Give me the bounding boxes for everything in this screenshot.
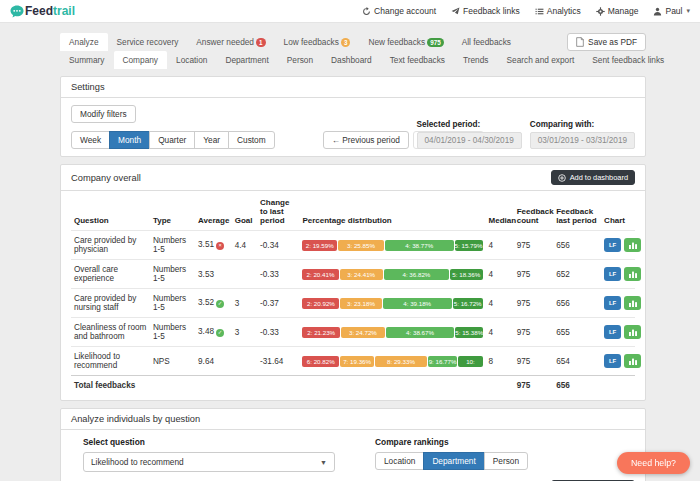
topnav-change-account[interactable]: Change account [362, 6, 436, 16]
question-cell: Care provided by physician [71, 231, 150, 260]
chart-button[interactable] [624, 267, 641, 281]
company-overall-table: QuestionTypeAverageGoalChange to last pe… [71, 193, 635, 395]
period-month-button[interactable]: Month [109, 131, 150, 149]
plus-circle-icon [558, 174, 566, 182]
distribution-cell: 2: 20.92%3: 23.18%4: 39.18%5: 16.72% [299, 289, 485, 318]
dist-segment: 3: 25.85% [338, 240, 384, 251]
feedback-links-button[interactable]: LF [604, 296, 621, 310]
distribution-bar: 2: 21.23%3: 24.72%4: 38.67%5: 15.38% [302, 327, 482, 338]
period-custom-button[interactable]: Custom [228, 131, 275, 149]
gear-icon [596, 7, 605, 16]
average-cell: 3.52✓ [195, 289, 232, 318]
goal-met-icon: ✓ [216, 329, 224, 337]
feedback-links-button[interactable]: LF [604, 238, 621, 252]
column-percentage-distribution: Percentage distribution [299, 193, 485, 231]
chart-cell-wrap: LF [601, 318, 635, 347]
chevron-down-icon: ▾ [686, 7, 690, 15]
type-cell: Numbers 1-5 [150, 318, 195, 347]
table-row: Care provided by nursing staffNumbers 1-… [71, 289, 635, 318]
chart-actions: LF [604, 354, 632, 368]
tab-low-feedbacks[interactable]: Low feedbacks3 [275, 33, 360, 51]
subtab-summary[interactable]: Summary [60, 51, 114, 69]
list-icon [535, 7, 544, 16]
dist-segment: 3: 24.41% [340, 269, 383, 280]
chart-button[interactable] [624, 296, 641, 310]
feedback-links-button[interactable]: LF [604, 267, 621, 281]
topnav-feedback-links[interactable]: Feedback links [451, 6, 520, 16]
settings-card: Settings Modify filters WeekMonthQuarter… [60, 76, 646, 157]
column-change-to-last-period: Change to last period [257, 193, 299, 231]
chart-cell-wrap: LF [601, 347, 635, 376]
subtab-department[interactable]: Department [216, 51, 277, 69]
subtab-trends[interactable]: Trends [454, 51, 498, 69]
chart-button[interactable] [624, 238, 641, 252]
dist-segment: 2: 21.23% [302, 327, 340, 338]
feedback-count-cell: 975 [514, 376, 553, 396]
change-cell: -0.33 [257, 260, 299, 289]
compare-location-button[interactable]: Location [375, 452, 424, 470]
question-select[interactable]: Likelihood to recommend ▼ [83, 452, 335, 472]
subtab-company[interactable]: Company [114, 51, 168, 69]
company-overall-card: Company overall Add to dashboard Questio… [60, 164, 646, 401]
feedback-count-cell: 975 [514, 260, 553, 289]
subtab-search-and-export[interactable]: Search and export [498, 51, 584, 69]
feedback-links-button[interactable]: LF [604, 354, 621, 368]
median-cell: 4 [486, 289, 514, 318]
chart-button[interactable] [624, 354, 641, 368]
question-cell: Likelihood to recommend [71, 347, 150, 376]
table-row: Care provided by physicianNumbers 1-53.5… [71, 231, 635, 260]
feedback-links-button[interactable]: LF [604, 325, 621, 339]
compare-rankings-label: Compare rankings [375, 437, 528, 447]
subtab-text-feedbacks[interactable]: Text feedbacks [381, 51, 454, 69]
type-cell: Numbers 1-5 [150, 260, 195, 289]
empty-cell [195, 376, 232, 396]
add-to-dashboard-button[interactable]: Add to dashboard [551, 170, 635, 185]
chart-button[interactable] [624, 325, 641, 339]
topnav-manage[interactable]: Manage [596, 6, 639, 16]
period-quarter-button[interactable]: Quarter [149, 131, 195, 149]
feedback-last-period-cell: 655 [553, 318, 601, 347]
topnav-analytics[interactable]: Analytics [535, 6, 581, 16]
table-row: Overall care experienceNumbers 1-53.53-0… [71, 260, 635, 289]
tab-analyze[interactable]: Analyze [60, 33, 108, 51]
topnav-paul[interactable]: Paul▾ [653, 6, 690, 16]
tab-service-recovery[interactable]: Service recovery [108, 33, 188, 51]
need-help-button[interactable]: Need help? [617, 452, 690, 474]
change-cell: -0.34 [257, 231, 299, 260]
tab-answer-needed[interactable]: Answer needed1 [187, 33, 274, 51]
comparing-with-value[interactable]: 03/01/2019 - 03/31/2019 [530, 132, 635, 149]
modify-filters-button[interactable]: Modify filters [71, 105, 136, 123]
topnav-label: Change account [374, 6, 436, 16]
previous-period-button[interactable]: ← Previous period [323, 131, 409, 149]
tab-new-feedbacks[interactable]: New feedbacks975 [359, 33, 452, 51]
tab-all-feedbacks[interactable]: All feedbacks [453, 33, 520, 51]
save-as-pdf-button[interactable]: Save as PDF [567, 33, 646, 51]
dist-segment: 5: 15.79% [455, 240, 483, 251]
distribution-cell: 2: 19.59%3: 25.85%4: 38.77%5: 15.79% [299, 231, 485, 260]
subtab-person[interactable]: Person [278, 51, 322, 69]
chart-bars-icon [628, 270, 638, 278]
feedtrail-logo[interactable]: Feedtrail [10, 4, 75, 18]
topnav-label: Manage [608, 6, 639, 16]
feedback-last-period-cell: 656 [553, 289, 601, 318]
period-year-button[interactable]: Year [194, 131, 229, 149]
brand-trail: trail [53, 4, 75, 18]
period-info: Selected period: 04/01/2019 - 04/30/2019… [417, 120, 635, 149]
goal-met-icon: ✓ [216, 300, 224, 308]
column-average: Average [195, 193, 232, 231]
distribution-cell: 6: 20.82%7: 19.36%8: 29.33%9: 16.77%10: [299, 347, 485, 376]
question-cell: Cleanliness of room and bathroom [71, 318, 150, 347]
subtab-dashboard[interactable]: Dashboard [322, 51, 381, 69]
chart-bars-icon [628, 241, 638, 249]
company-overall-title: Company overall [71, 173, 141, 183]
chart-bars-icon [628, 328, 638, 336]
selected-period-value[interactable]: 04/01/2019 - 04/30/2019 [417, 132, 522, 149]
compare-person-button[interactable]: Person [484, 452, 528, 470]
subtab-location[interactable]: Location [167, 51, 216, 69]
compare-department-button[interactable]: Department [423, 452, 484, 470]
subtab-sent-feedback-links[interactable]: Sent feedback links [583, 51, 673, 69]
column-chart: Chart [601, 193, 635, 231]
period-week-button[interactable]: Week [71, 131, 110, 149]
column-goal: Goal [232, 193, 257, 231]
user-icon [653, 7, 662, 16]
